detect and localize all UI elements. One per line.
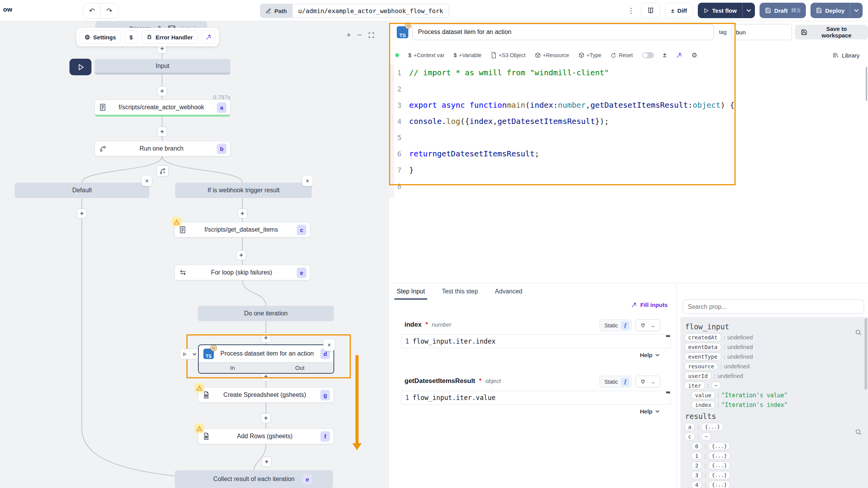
flow-settings-button[interactable]: ⚙ Settings (80, 30, 121, 44)
search-icon[interactable] (855, 329, 862, 336)
add-step-button[interactable]: + (157, 127, 167, 137)
prop-row[interactable]: createdAt:undefined (684, 332, 864, 342)
undo-button[interactable]: ↶ (83, 3, 101, 18)
flow-node-process-dataset-selected[interactable]: TS☺ Process dataset item for an action d… (198, 344, 334, 374)
prop-row[interactable]: eventType:undefined (684, 352, 864, 361)
code-line[interactable]: 1// import * as wmill from "windmill-cli… (389, 64, 736, 81)
flow-node-get-dataset-items[interactable]: f/scripts/get_dataset_items c (174, 222, 310, 237)
flow-node-branch-if-webhook[interactable]: If is webhook trigger result (175, 183, 312, 198)
expr-input-getdatesetitemsresult[interactable]: 1 flow_input.iter.value (401, 391, 671, 405)
path-field[interactable]: Path u/admin/example_actor_webhook_flow_… (260, 4, 449, 18)
static-mode-button[interactable]: Static f (599, 319, 632, 331)
prop-row[interactable]: 1:{...} (684, 451, 864, 461)
prop-row[interactable]: c:− (684, 432, 864, 441)
code-line[interactable]: 5 (389, 129, 736, 146)
remove-branch-button[interactable]: × (302, 176, 313, 186)
flow-node-branch-default[interactable]: Default (15, 183, 149, 198)
remove-branch-button[interactable]: × (142, 176, 152, 186)
ai-assistant-button[interactable] (201, 30, 216, 44)
add-step-button[interactable]: + (77, 208, 87, 219)
code-line[interactable]: 3export async function main(index: numbe… (389, 97, 736, 113)
diff-button[interactable]: ± Diff (665, 3, 693, 18)
prop-row[interactable]: iter:− (684, 381, 864, 390)
add-step-button[interactable]: + (261, 413, 271, 423)
library-button[interactable]: Library (832, 47, 860, 63)
remove-step-button[interactable]: × (323, 339, 335, 351)
tag-input[interactable] (731, 24, 792, 40)
flow-node-run-one-branch[interactable]: Run one branch b (95, 141, 230, 156)
prop-row[interactable]: eventData:undefined (684, 342, 864, 352)
code-line[interactable]: 8 (389, 178, 736, 194)
tab-advanced[interactable]: Advanced (495, 283, 522, 300)
prop-row[interactable]: value:"Iteration's value" (684, 390, 864, 400)
add-step-button[interactable]: + (157, 86, 167, 96)
add-s3-object-button[interactable]: +S3 Object (491, 52, 526, 58)
error-handler-button[interactable]: Error Handler (141, 30, 198, 44)
test-flow-button[interactable]: Test flow (698, 3, 755, 18)
add-context-var-button[interactable]: $+Context var (408, 52, 445, 58)
props-scrollbar[interactable] (865, 318, 867, 390)
search-prop-input[interactable] (683, 300, 864, 314)
docs-button[interactable] (641, 3, 660, 18)
save-to-workspace-button[interactable]: Save to workspace (795, 25, 868, 39)
js-expression-icon[interactable]: f (621, 378, 629, 386)
add-type-button[interactable]: +Type (579, 52, 602, 58)
tab-step-input[interactable]: Step Input (397, 283, 425, 300)
fill-inputs-button[interactable]: Fill inputs (631, 302, 668, 308)
step-output-anchor[interactable]: Out (266, 363, 334, 373)
deploy-button[interactable]: Deploy (810, 3, 863, 18)
code-line[interactable]: 6 return getDatesetItemsResult; (389, 146, 736, 162)
zoom-out-button[interactable]: − (357, 31, 362, 39)
flow-node-input[interactable]: Input (95, 59, 230, 75)
add-variable-button[interactable]: $+Variable (454, 52, 482, 58)
expr-input-index[interactable]: 1 flow_input.iter.index (401, 334, 671, 348)
fullscreen-icon[interactable] (368, 32, 374, 38)
diff-mode-toggle[interactable] (642, 52, 654, 58)
reset-code-button[interactable]: Reset (611, 52, 633, 58)
prop-row[interactable]: index:"Iteration's index" (684, 400, 864, 410)
plusminus-icon[interactable]: ± (663, 52, 667, 59)
js-expression-icon[interactable]: f (621, 321, 629, 330)
run-flow-preview-button[interactable] (69, 59, 91, 75)
flow-node-collect-result[interactable]: Collect result of each iteration e (175, 470, 333, 488)
tab-test-this-step[interactable]: Test this step (442, 283, 478, 300)
step-title-input[interactable] (412, 24, 714, 40)
deploy-dropdown[interactable] (850, 3, 863, 18)
static-mode-button[interactable]: Static f (599, 376, 632, 388)
prop-row[interactable]: 4:{...} (684, 480, 864, 488)
help-button[interactable]: Help (640, 408, 660, 415)
flow-node-for-loop[interactable]: For loop (skip failures) e (174, 265, 310, 280)
code-line[interactable]: 7} (389, 162, 736, 178)
code-line[interactable]: 2 (389, 81, 736, 97)
add-step-button[interactable]: + (262, 457, 272, 467)
add-step-button[interactable]: + (237, 208, 247, 219)
draft-button[interactable]: Draft ⌘S (760, 3, 806, 18)
run-step-button[interactable] (180, 349, 190, 359)
prop-row[interactable]: 0:{...} (684, 441, 864, 451)
add-step-button[interactable]: + (236, 250, 246, 260)
prop-row[interactable]: a:{...} (684, 422, 864, 432)
flow-node-add-rows[interactable]: Add Rows (gsheets) f (198, 429, 334, 444)
prop-row[interactable]: userId:undefined (684, 371, 864, 381)
magic-wand-icon[interactable] (676, 52, 682, 59)
connect-input-button[interactable]: → (635, 319, 660, 331)
prop-row[interactable]: 3:{...} (684, 470, 864, 480)
help-button[interactable]: Help (640, 352, 660, 358)
prop-row[interactable]: resource:undefined (684, 361, 864, 371)
connect-input-button[interactable]: → (635, 376, 660, 388)
test-flow-dropdown[interactable] (742, 3, 755, 18)
add-branch-button[interactable] (156, 165, 169, 177)
zoom-in-button[interactable]: + (347, 31, 351, 39)
flow-node-do-one-iteration[interactable]: Do one iteration (198, 306, 334, 321)
more-menu-button[interactable]: ⋮ (626, 6, 636, 15)
flow-node-create-actor-webhook[interactable]: f/scripts/create_actor_webhook a (95, 100, 230, 115)
add-step-button[interactable]: + (261, 333, 271, 343)
step-input-anchor[interactable]: In (199, 363, 266, 373)
prop-row[interactable]: 2:{...} (684, 461, 864, 470)
add-resource-button[interactable]: +Resource (535, 52, 569, 58)
redo-button[interactable]: ↷ (101, 3, 118, 18)
editor-scrollbar[interactable] (866, 67, 867, 101)
flow-canvas[interactable]: Triggers ⋮ + ⋮ ⚙ Settings $ Error Handle… (0, 21, 389, 488)
flow-node-create-spreadsheet[interactable]: Create Spreadsheet (gsheets) g (198, 387, 334, 403)
code-line[interactable]: 4 console.log({index, getDatesetItemsRes… (389, 113, 736, 129)
